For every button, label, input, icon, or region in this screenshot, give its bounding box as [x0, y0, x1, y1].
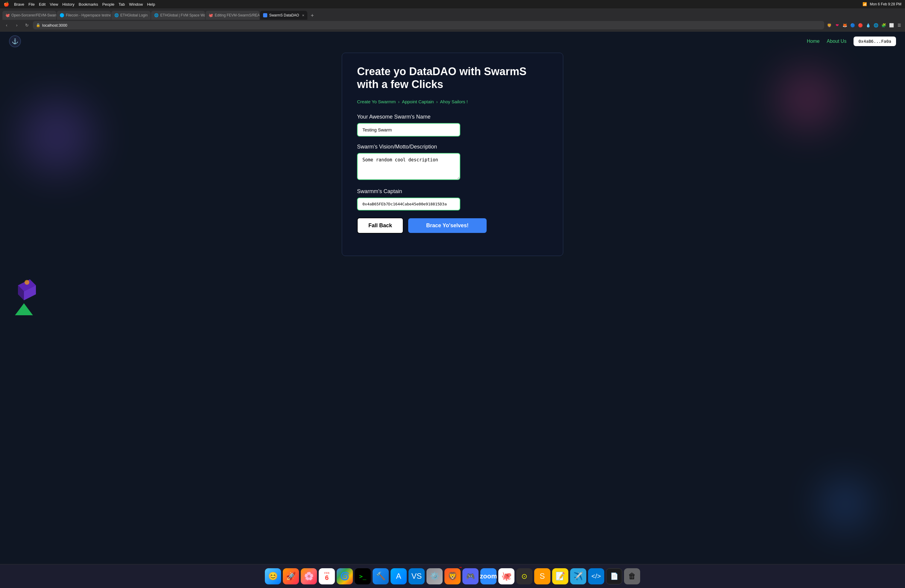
brave-shield-icon[interactable]: 🦁	[826, 22, 833, 29]
browser-chrome: 🐙 Open-Sorcerer/FEVM-SwarmS Filecoin - H…	[0, 8, 905, 32]
lock-icon: 🔒	[36, 23, 40, 27]
tab-4-label: ETHGlobal | FVM Space Warp	[160, 13, 205, 17]
tab-3-favicon: 🌐	[114, 13, 119, 17]
extension-icon-1[interactable]: 🦊	[841, 22, 848, 29]
menu-people[interactable]: People	[102, 2, 114, 6]
browser-extension-icons: 🦁 ❤ 🦊 🔵 🔴 💧 🌐 🧩 ⬜ ☰	[826, 22, 903, 29]
menu-icon[interactable]: ☰	[896, 22, 903, 29]
dock-appstore[interactable]: A	[391, 568, 407, 585]
app-logo: ⚓	[9, 35, 21, 47]
dock-zoom[interactable]: zoom	[480, 568, 497, 585]
svg-point-4	[25, 280, 29, 285]
extension-icon-3[interactable]: 🔴	[857, 22, 864, 29]
address-bar[interactable]: 🔒 localhost:3000	[33, 21, 824, 29]
svg-marker-3	[15, 303, 33, 315]
dock: 😊 🚀 🌸 FEB 6 🌀 >_ 🔨 A VS ⚙️ 🦁 🎮 zoom 🐙 ⊙	[0, 564, 905, 588]
breadcrumb-sep-2: ›	[437, 99, 438, 104]
menu-wifi-icon: 📶	[862, 2, 867, 6]
dock-trash[interactable]: 🗑	[624, 568, 640, 585]
tab-2-label: Filecoin - Hyperspace testnet R	[66, 13, 111, 17]
dock-vscode[interactable]: VS	[408, 568, 425, 585]
nav-about[interactable]: About Us	[827, 39, 847, 44]
back-button[interactable]: ‹	[2, 21, 11, 29]
apple-menu[interactable]: 🍎	[3, 2, 9, 7]
tab-2-favicon	[60, 13, 64, 17]
tab-5[interactable]: 🐙 Editing FEVM-SwarmS/README	[206, 11, 259, 20]
tab-6-close-icon[interactable]: ✕	[302, 14, 304, 17]
reload-button[interactable]: ↻	[23, 21, 31, 29]
dock-brave[interactable]: 🦁	[445, 568, 460, 585]
fallback-button[interactable]: Fall Back	[357, 218, 403, 234]
vision-group: Swarm's Vision/Motto/Description	[357, 144, 548, 181]
tab-1-label: Open-Sorcerer/FEVM-SwarmS	[11, 13, 56, 17]
dock-github[interactable]: 🐙	[498, 568, 514, 585]
dock-telegram[interactable]: ✈️	[570, 568, 586, 585]
swarm-name-label: Your Awesome Swarm's Name	[357, 114, 548, 120]
tab-3[interactable]: 🌐 ETHGlobal Login	[111, 11, 151, 20]
dock-chrome[interactable]: 🌀	[337, 568, 353, 585]
extension-icon-2[interactable]: 🔵	[849, 22, 856, 29]
menu-history[interactable]: History	[62, 2, 74, 6]
bg-blob-pink	[770, 62, 845, 137]
new-tab-button[interactable]: +	[308, 11, 316, 20]
sidebar-toggle[interactable]: ⬜	[888, 22, 895, 29]
page-title: Create yo DataDAO with SwarmS with a few…	[357, 65, 548, 91]
tab-5-label: Editing FEVM-SwarmS/README	[214, 13, 259, 17]
dock-screenshot-app[interactable]: 📄	[606, 568, 622, 585]
tab-6-favicon	[263, 13, 267, 17]
menu-window[interactable]: Window	[129, 2, 143, 6]
breadcrumb-step-3[interactable]: Ahoy Sailors !	[440, 99, 468, 104]
breadcrumb-step-2[interactable]: Appoint Captain	[402, 99, 434, 104]
menu-edit[interactable]: Edit	[39, 2, 46, 6]
dock-calendar[interactable]: FEB 6	[319, 568, 335, 585]
address-bar-row: ‹ › ↻ 🔒 localhost:3000 🦁 ❤ 🦊 🔵 🔴 💧 🌐 🧩 ⬜…	[0, 20, 905, 32]
dock-obs[interactable]: ⊙	[516, 568, 532, 585]
captain-label: Swarmm's Captain	[357, 188, 548, 195]
brave-rewards-icon[interactable]: ❤	[834, 22, 840, 29]
tab-1[interactable]: 🐙 Open-Sorcerer/FEVM-SwarmS	[2, 11, 56, 20]
brave-badge	[459, 567, 462, 567]
tab-bar: 🐙 Open-Sorcerer/FEVM-SwarmS Filecoin - H…	[0, 8, 905, 20]
vision-textarea[interactable]	[357, 153, 460, 180]
dock-sublime[interactable]: S	[534, 568, 550, 585]
content-area: ⚓ Home About Us 0x4aB6...Fa0a Create yo …	[0, 32, 905, 564]
dock-vscode2[interactable]: </>	[588, 568, 604, 585]
nav-links: Home About Us 0x4aB6...Fa0a	[807, 37, 896, 46]
menu-brave[interactable]: Brave	[14, 2, 24, 6]
bg-blob-blue	[815, 474, 875, 534]
menu-view[interactable]: View	[50, 2, 58, 6]
extension-icon-4[interactable]: 💧	[865, 22, 872, 29]
dock-discord[interactable]: 🎮	[462, 568, 478, 585]
extension-icon-5[interactable]: 🌐	[873, 22, 879, 29]
menu-help[interactable]: Help	[147, 2, 155, 6]
extensions-button[interactable]: 🧩	[880, 22, 887, 29]
menu-file[interactable]: File	[29, 2, 35, 6]
dock-terminal[interactable]: >_	[355, 568, 371, 585]
captain-group: Swarmm's Captain Fall Back Brace Yo'selv…	[357, 188, 548, 234]
swarm-name-input[interactable]	[357, 123, 460, 137]
tab-3-label: ETHGlobal Login	[120, 13, 148, 17]
menu-tab[interactable]: Tab	[119, 2, 125, 6]
tab-2[interactable]: Filecoin - Hyperspace testnet R	[57, 11, 111, 20]
breadcrumb-step-1[interactable]: Create Yo Swarmm	[357, 99, 395, 104]
tab-4[interactable]: 🌐 ETHGlobal | FVM Space Warp	[151, 11, 205, 20]
action-buttons: Fall Back Brace Yo'selves!	[357, 218, 487, 234]
tab-1-favicon: 🐙	[5, 13, 10, 17]
captain-input[interactable]	[357, 198, 460, 210]
forward-button[interactable]: ›	[13, 21, 21, 29]
dock-finder[interactable]: 😊	[265, 568, 281, 585]
dock-notes[interactable]: 📝	[552, 568, 568, 585]
decorative-shapes	[9, 267, 45, 329]
vision-label: Swarm's Vision/Motto/Description	[357, 144, 548, 150]
dock-xcode[interactable]: 🔨	[373, 568, 389, 585]
breadcrumb-sep-1: ›	[398, 99, 400, 104]
dock-settings[interactable]: ⚙️	[427, 568, 443, 585]
nav-home[interactable]: Home	[807, 39, 820, 44]
dock-photos[interactable]: 🌸	[301, 568, 317, 585]
wallet-button[interactable]: 0x4aB6...Fa0a	[854, 37, 896, 46]
dock-launchpad[interactable]: 🚀	[283, 568, 299, 585]
brace-button[interactable]: Brace Yo'selves!	[408, 218, 487, 233]
tab-6[interactable]: SwarmS DataDAO ✕	[260, 11, 307, 20]
menu-datetime: Mon 6 Feb 9:28 PM	[870, 2, 902, 6]
menu-bookmarks[interactable]: Bookmarks	[79, 2, 98, 6]
